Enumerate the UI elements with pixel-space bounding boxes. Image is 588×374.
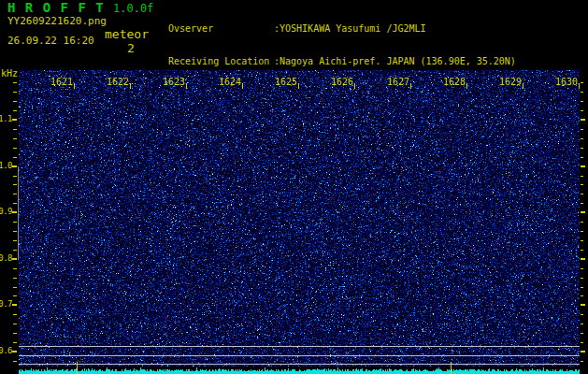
hrofft-window: H R O F F T 1.0.0f YY2609221620.png mete… xyxy=(0,0,588,374)
meteor-detection-marker xyxy=(451,362,452,374)
y-axis-minor-tick xyxy=(13,231,17,232)
y-axis-major-tick-right xyxy=(581,304,585,306)
y-axis-minor-tick xyxy=(13,194,17,194)
y-axis-minor-tick-right xyxy=(581,250,583,251)
info-value: :Nagoya Aichi-pref. JAPAN (136.90E, 35.2… xyxy=(274,56,516,66)
y-axis-minor-tick-right xyxy=(581,287,583,288)
y-axis-minor-tick-right xyxy=(581,101,583,102)
info-label: Receiving Location xyxy=(168,56,274,66)
y-axis-minor-tick xyxy=(13,222,17,223)
x-axis-minute-tick xyxy=(242,83,243,89)
y-axis-minor-tick-right xyxy=(581,203,583,204)
x-axis-time-label: 1630 xyxy=(555,77,578,87)
x-axis-time-label: 1629 xyxy=(499,77,522,87)
mode-label: meteor xyxy=(105,28,149,41)
y-axis-major-tick-right xyxy=(581,165,585,167)
info-row-location: Receiving Location:Nagoya Aichi-pref. JA… xyxy=(168,56,538,68)
y-axis-minor-tick xyxy=(13,148,17,149)
y-axis-minor-tick xyxy=(13,333,17,334)
y-axis-minor-tick xyxy=(13,287,17,288)
y-axis-major-tick xyxy=(12,211,17,213)
y-axis-minor-tick-right xyxy=(581,82,583,83)
y-axis-minor-tick-right xyxy=(581,231,583,232)
info-row-observer: Ovserver:YOSHIKAWA Yasufumi /JG2MLI xyxy=(168,23,538,36)
y-axis-minor-tick-right xyxy=(581,194,583,194)
x-axis-minute-tick xyxy=(410,83,411,89)
y-axis-major-tick-right xyxy=(581,258,585,260)
x-axis-minute-tick xyxy=(466,83,467,89)
y-axis-minor-tick-right xyxy=(581,324,583,324)
y-axis-minor-tick xyxy=(13,250,17,251)
y-axis-minor-tick xyxy=(13,129,17,130)
spectrogram-canvas xyxy=(19,70,580,374)
x-axis-time-label: 1623 xyxy=(163,77,185,87)
y-axis-minor-tick-right xyxy=(581,342,583,343)
y-axis-minor-tick xyxy=(13,176,17,177)
y-axis-minor-tick xyxy=(13,278,17,279)
x-axis-time-label: 1621 xyxy=(50,77,73,87)
y-axis-tick-label: 0.6 xyxy=(0,346,12,355)
y-axis-minor-tick-right xyxy=(581,157,583,158)
y-axis-major-tick xyxy=(12,165,17,167)
y-axis-minor-tick xyxy=(13,240,17,241)
info-label: Ovserver xyxy=(168,23,274,34)
y-axis-minor-tick xyxy=(13,295,17,296)
y-axis-minor-tick-right xyxy=(581,176,583,177)
y-axis-minor-tick-right xyxy=(581,138,583,139)
x-axis-minute-tick xyxy=(186,83,187,89)
y-axis-minor-tick-right xyxy=(581,278,583,279)
x-axis-minute-tick xyxy=(298,83,299,89)
y-axis-minor-tick-right xyxy=(581,295,583,296)
y-axis-tick-label: 1.1 xyxy=(0,114,12,123)
y-axis-major-tick xyxy=(12,119,17,121)
y-axis-major-tick-right xyxy=(581,119,585,121)
y-axis-tick-label: 0.7 xyxy=(0,299,12,309)
y-axis-tick-label: 0.9 xyxy=(0,207,12,216)
y-axis-tick-label: 1.0 xyxy=(0,161,12,170)
y-axis-tick-label: 0.8 xyxy=(0,253,12,263)
y-axis-minor-tick xyxy=(13,184,17,185)
datetime-label: 26.09.22 16:20 xyxy=(7,36,94,47)
y-axis-major-tick xyxy=(12,304,17,306)
x-axis-minute-tick xyxy=(523,83,523,89)
y-axis-minor-tick-right xyxy=(581,110,583,111)
output-filename: YY2609221620.png xyxy=(7,16,107,27)
y-axis-minor-tick xyxy=(13,342,17,343)
x-axis-time-label: 1626 xyxy=(331,77,353,87)
y-axis-minor-tick xyxy=(13,268,17,269)
y-axis-minor-tick-right xyxy=(581,222,583,223)
x-axis-time-label: 1625 xyxy=(275,77,297,87)
y-axis-minor-tick xyxy=(13,157,17,158)
y-axis-unit-label: kHz xyxy=(1,68,18,79)
y-axis-minor-tick xyxy=(13,203,17,204)
info-value: :YOSHIKAWA Yasufumi /JG2MLI xyxy=(274,23,426,34)
y-axis-major-tick xyxy=(12,351,17,352)
meteor-count: 2 xyxy=(127,42,135,55)
x-axis-minute-tick xyxy=(74,83,75,89)
y-axis-minor-tick-right xyxy=(581,129,583,130)
app-title: H R O F F T xyxy=(7,1,105,15)
y-axis-minor-tick-right xyxy=(581,314,583,315)
y-axis-minor-tick-right xyxy=(581,240,583,241)
y-axis-major-tick xyxy=(12,258,17,260)
y-axis-minor-tick-right xyxy=(581,361,583,362)
y-axis-minor-tick xyxy=(13,314,17,315)
meteor-detection-marker xyxy=(77,362,78,374)
y-axis-minor-tick xyxy=(13,324,17,324)
y-axis-minor-tick-right xyxy=(581,333,583,334)
x-axis-time-label: 1624 xyxy=(219,77,241,87)
x-axis-minute-tick xyxy=(579,83,580,89)
plot-left-border xyxy=(18,166,19,260)
y-axis-major-tick-right xyxy=(581,351,585,352)
y-axis-minor-tick xyxy=(13,82,17,83)
y-axis-minor-tick-right xyxy=(581,92,583,93)
x-axis-time-label: 1627 xyxy=(387,77,409,87)
y-axis-minor-tick-right xyxy=(581,268,583,269)
app-version: 1.0.0f xyxy=(113,3,153,15)
y-axis-major-tick-right xyxy=(581,211,585,213)
x-axis-minute-tick xyxy=(130,83,131,89)
y-axis-minor-tick xyxy=(13,138,17,139)
x-axis-time-label: 1628 xyxy=(443,77,466,87)
y-axis-minor-tick xyxy=(13,361,17,362)
y-axis-minor-tick xyxy=(13,92,17,93)
